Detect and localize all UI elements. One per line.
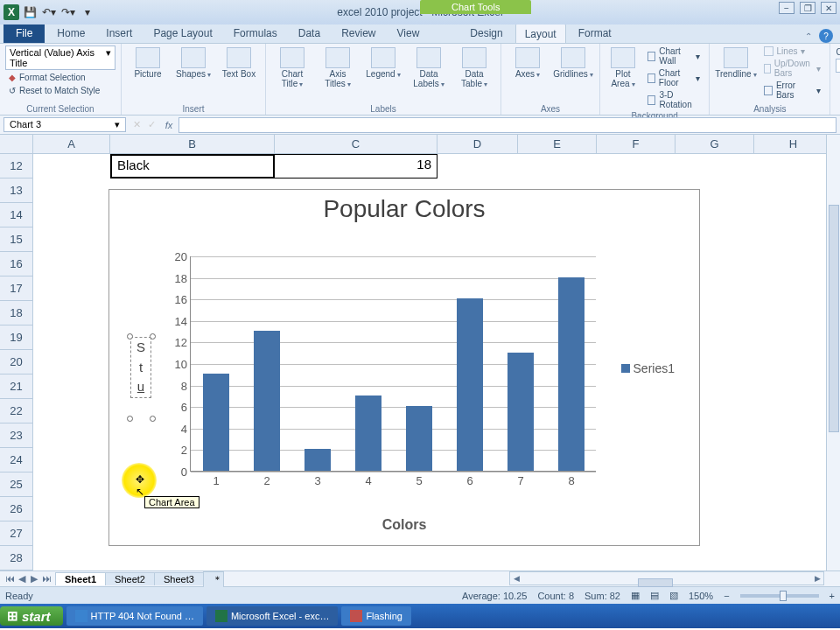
- row-header-24[interactable]: 24: [0, 448, 33, 472]
- tab-insert[interactable]: Insert: [97, 24, 141, 43]
- column-header-F[interactable]: F: [597, 135, 676, 154]
- chart-floor-button[interactable]: Chart Floor▾: [644, 67, 704, 88]
- error-bars-button[interactable]: Error Bars▾: [760, 80, 825, 101]
- select-all-corner[interactable]: [0, 135, 33, 154]
- trendline-button[interactable]: Trendline: [715, 46, 756, 80]
- row-header-23[interactable]: 23: [0, 424, 33, 448]
- excel-icon[interactable]: X: [4, 4, 19, 20]
- formula-bar[interactable]: [178, 117, 836, 133]
- tab-data[interactable]: Data: [290, 24, 329, 43]
- row-header-18[interactable]: 18: [0, 301, 33, 326]
- column-header-G[interactable]: G: [676, 135, 754, 154]
- y-axis-title-editing[interactable]: Stu: [130, 337, 151, 398]
- row-header-21[interactable]: 21: [0, 374, 33, 399]
- picture-button[interactable]: Picture: [127, 46, 169, 79]
- view-normal-icon[interactable]: ▦: [631, 590, 640, 601]
- new-sheet-button[interactable]: ＊: [203, 571, 224, 587]
- task-flashing[interactable]: Flashing: [341, 606, 411, 626]
- sheet-tab-1[interactable]: Sheet1: [55, 572, 106, 585]
- row-header-14[interactable]: 14: [0, 203, 33, 228]
- task-excel[interactable]: Microsoft Excel - exc…: [206, 606, 338, 626]
- name-box[interactable]: Chart 3▾: [4, 117, 126, 132]
- sheet-nav[interactable]: ⏮◀▶⏭: [0, 573, 56, 584]
- bar-2[interactable]: [254, 331, 280, 471]
- chart-element-selector[interactable]: Vertical (Value) Axis Title▾: [5, 46, 116, 70]
- zoom-level[interactable]: 150%: [689, 591, 713, 601]
- data-table-button[interactable]: Data Table: [453, 46, 495, 89]
- row-header-28[interactable]: 28: [0, 546, 33, 570]
- bar-7[interactable]: [508, 353, 534, 471]
- row-header-13[interactable]: 13: [0, 178, 33, 203]
- chart-title-button[interactable]: Chart Title: [271, 46, 313, 89]
- text-box-button[interactable]: Text Box: [218, 46, 260, 79]
- bar-3[interactable]: [304, 449, 331, 471]
- file-tab[interactable]: File: [4, 24, 45, 43]
- gridlines-button[interactable]: Gridlines: [552, 46, 594, 80]
- task-ie[interactable]: HTTP 404 Not Found …: [66, 606, 203, 626]
- chart-wall-button[interactable]: Chart Wall▾: [644, 46, 704, 66]
- row-header-15[interactable]: 15: [0, 228, 33, 252]
- embedded-chart[interactable]: Popular Colors 0246810121416182012345678…: [108, 189, 700, 546]
- bar-1[interactable]: [203, 374, 229, 471]
- axis-titles-button[interactable]: Axis Titles: [317, 46, 359, 89]
- zoom-slider[interactable]: [740, 594, 819, 598]
- start-button[interactable]: ⊞start: [0, 606, 63, 626]
- sheet-tab-2[interactable]: Sheet2: [105, 572, 155, 585]
- save-icon[interactable]: 💾: [21, 4, 38, 21]
- legend-button[interactable]: Legend: [362, 46, 404, 80]
- redo-icon[interactable]: ↷▾: [60, 4, 77, 21]
- column-header-D[interactable]: D: [438, 135, 518, 154]
- row-header-22[interactable]: 22: [0, 399, 33, 424]
- column-header-C[interactable]: C: [275, 135, 438, 154]
- minimize-button[interactable]: −: [779, 2, 794, 14]
- plot-area[interactable]: 0246810121416182012345678: [190, 256, 596, 472]
- column-header-E[interactable]: E: [518, 135, 597, 154]
- worksheet-grid[interactable]: ABCDEFGH 1213141516171819202122232425262…: [0, 135, 840, 570]
- column-header-A[interactable]: A: [33, 135, 110, 154]
- column-header-B[interactable]: B: [110, 135, 275, 154]
- tab-view[interactable]: View: [388, 24, 429, 43]
- close-button[interactable]: ✕: [821, 2, 836, 14]
- axes-button[interactable]: Axes: [507, 46, 549, 80]
- data-labels-button[interactable]: Data Labels: [408, 46, 450, 89]
- tab-layout[interactable]: Layout: [515, 24, 566, 43]
- view-page-break-icon[interactable]: ▧: [669, 590, 678, 601]
- row-header-12[interactable]: 12: [0, 154, 33, 178]
- help-icon[interactable]: ?: [819, 29, 833, 43]
- minimize-ribbon-icon[interactable]: ⌃: [805, 32, 812, 41]
- shapes-button[interactable]: Shapes: [172, 46, 214, 80]
- chart-legend[interactable]: Series1: [621, 361, 675, 375]
- x-axis-title[interactable]: Colors: [382, 517, 427, 533]
- column-header-H[interactable]: H: [754, 135, 833, 154]
- format-selection-button[interactable]: ◆Format Selection: [5, 72, 89, 83]
- cell-c12[interactable]: 18: [275, 154, 438, 178]
- zoom-in-button[interactable]: +: [830, 591, 835, 601]
- plot-area-button[interactable]: Plot Area: [606, 46, 640, 89]
- bar-6[interactable]: [457, 298, 483, 471]
- row-header-25[interactable]: 25: [0, 472, 33, 497]
- tab-design[interactable]: Design: [461, 24, 511, 43]
- tab-format[interactable]: Format: [570, 24, 620, 43]
- row-header-19[interactable]: 19: [0, 326, 33, 350]
- bar-4[interactable]: [355, 396, 382, 471]
- sheet-tab-3[interactable]: Sheet3: [154, 572, 204, 585]
- tab-review[interactable]: Review: [332, 24, 384, 43]
- reset-to-match-style-button[interactable]: ↺Reset to Match Style: [5, 85, 103, 96]
- view-page-layout-icon[interactable]: ▤: [650, 590, 659, 601]
- undo-icon[interactable]: ↶▾: [40, 4, 58, 21]
- cell-b12[interactable]: Black: [110, 154, 275, 178]
- row-header-27[interactable]: 27: [0, 522, 33, 546]
- horizontal-scrollbar[interactable]: ◀▶: [509, 571, 824, 585]
- zoom-out-button[interactable]: −: [724, 591, 729, 601]
- bar-8[interactable]: [558, 277, 584, 471]
- row-header-17[interactable]: 17: [0, 276, 33, 301]
- tab-page-layout[interactable]: Page Layout: [144, 24, 220, 43]
- tab-home[interactable]: Home: [48, 24, 94, 43]
- chart-title[interactable]: Popular Colors: [109, 190, 699, 223]
- chart-name-input[interactable]: [836, 59, 840, 73]
- vertical-scrollbar[interactable]: [826, 135, 840, 570]
- 3d-rotation-button[interactable]: 3-D Rotation: [644, 89, 704, 110]
- tab-formulas[interactable]: Formulas: [225, 24, 286, 43]
- row-header-16[interactable]: 16: [0, 252, 33, 276]
- bar-5[interactable]: [406, 406, 432, 471]
